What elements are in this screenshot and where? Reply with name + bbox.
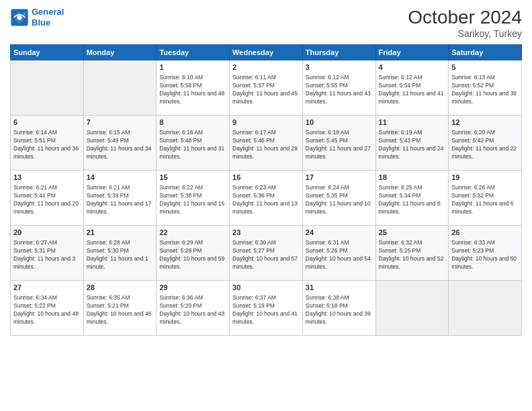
day-cell: 14Sunrise: 6:21 AMSunset: 5:39 PMDayligh…	[83, 171, 157, 226]
logo: General Blue	[10, 7, 64, 28]
day-number: 15	[159, 173, 226, 183]
col-header-tuesday: Tuesday	[157, 45, 230, 60]
day-cell: 13Sunrise: 6:21 AMSunset: 5:41 PMDayligh…	[11, 171, 84, 226]
day-cell: 5Sunrise: 6:13 AMSunset: 5:52 PMDaylight…	[449, 60, 522, 116]
cell-info: Sunrise: 6:30 AMSunset: 5:27 PMDaylight:…	[232, 239, 300, 271]
day-cell: 7Sunrise: 6:15 AMSunset: 5:49 PMDaylight…	[83, 116, 157, 171]
cell-info: Sunrise: 6:21 AMSunset: 5:41 PMDaylight:…	[13, 184, 81, 216]
day-cell: 9Sunrise: 6:17 AMSunset: 5:46 PMDaylight…	[230, 116, 303, 171]
day-cell: 29Sunrise: 6:36 AMSunset: 5:20 PMDayligh…	[157, 281, 230, 336]
cell-info: Sunrise: 6:26 AMSunset: 5:32 PMDaylight:…	[451, 184, 519, 216]
day-cell: 3Sunrise: 6:12 AMSunset: 5:55 PMDaylight…	[302, 60, 375, 116]
day-number: 18	[379, 173, 446, 183]
calendar-table: SundayMondayTuesdayWednesdayThursdayFrid…	[10, 44, 522, 336]
svg-point-2	[17, 15, 22, 19]
day-number: 27	[13, 283, 81, 293]
cell-info: Sunrise: 6:27 AMSunset: 5:31 PMDaylight:…	[13, 239, 81, 271]
cell-info: Sunrise: 6:13 AMSunset: 5:52 PMDaylight:…	[451, 74, 519, 106]
cell-info: Sunrise: 6:36 AMSunset: 5:20 PMDaylight:…	[159, 294, 226, 326]
week-row-1: 1Sunrise: 6:10 AMSunset: 5:58 PMDaylight…	[11, 60, 522, 116]
day-number: 24	[306, 228, 373, 238]
day-cell	[83, 60, 157, 116]
day-number: 1	[159, 62, 226, 73]
day-number: 20	[13, 228, 81, 238]
logo-line1: General	[32, 7, 64, 17]
day-number: 10	[306, 118, 373, 128]
day-number: 2	[232, 62, 300, 73]
cell-info: Sunrise: 6:38 AMSunset: 5:18 PMDaylight:…	[306, 294, 373, 326]
cell-info: Sunrise: 6:11 AMSunset: 5:57 PMDaylight:…	[232, 74, 300, 106]
col-header-friday: Friday	[375, 45, 449, 60]
cell-info: Sunrise: 6:29 AMSunset: 5:28 PMDaylight:…	[159, 239, 226, 271]
day-number: 14	[87, 173, 154, 183]
col-header-monday: Monday	[83, 45, 157, 60]
day-cell: 24Sunrise: 6:31 AMSunset: 5:26 PMDayligh…	[302, 226, 375, 281]
day-cell: 16Sunrise: 6:23 AMSunset: 5:36 PMDayligh…	[230, 171, 303, 226]
cell-info: Sunrise: 6:32 AMSunset: 5:25 PMDaylight:…	[379, 239, 446, 271]
page-subtitle: Sarikoy, Turkey	[408, 28, 522, 39]
day-number: 28	[87, 283, 154, 293]
day-cell: 18Sunrise: 6:25 AMSunset: 5:34 PMDayligh…	[375, 171, 449, 226]
cell-info: Sunrise: 6:10 AMSunset: 5:58 PMDaylight:…	[159, 74, 226, 106]
day-number: 13	[13, 173, 81, 183]
day-cell: 22Sunrise: 6:29 AMSunset: 5:28 PMDayligh…	[157, 226, 230, 281]
day-cell: 27Sunrise: 6:34 AMSunset: 5:22 PMDayligh…	[11, 281, 84, 336]
day-number: 31	[306, 283, 373, 293]
page-title: October 2024	[408, 7, 522, 28]
page: General Blue October 2024 Sarikoy, Turke…	[0, 0, 532, 411]
title-block: October 2024 Sarikoy, Turkey	[408, 7, 522, 39]
day-cell: 11Sunrise: 6:19 AMSunset: 5:43 PMDayligh…	[375, 116, 449, 171]
cell-info: Sunrise: 6:31 AMSunset: 5:26 PMDaylight:…	[306, 239, 373, 271]
cell-info: Sunrise: 6:12 AMSunset: 5:55 PMDaylight:…	[306, 74, 373, 106]
day-number: 7	[87, 118, 154, 128]
col-header-wednesday: Wednesday	[230, 45, 303, 60]
day-cell	[11, 60, 84, 116]
day-number: 5	[451, 62, 519, 73]
cell-info: Sunrise: 6:19 AMSunset: 5:43 PMDaylight:…	[379, 129, 446, 161]
logo-text: General Blue	[32, 7, 64, 28]
cell-info: Sunrise: 6:12 AMSunset: 5:54 PMDaylight:…	[379, 74, 446, 106]
cell-info: Sunrise: 6:16 AMSunset: 5:48 PMDaylight:…	[159, 129, 226, 161]
day-number: 4	[379, 62, 446, 73]
day-cell: 10Sunrise: 6:18 AMSunset: 5:45 PMDayligh…	[302, 116, 375, 171]
day-cell: 19Sunrise: 6:26 AMSunset: 5:32 PMDayligh…	[449, 171, 522, 226]
day-number: 22	[159, 228, 226, 238]
logo-line2: Blue	[32, 17, 50, 28]
col-header-thursday: Thursday	[302, 45, 375, 60]
day-cell	[449, 281, 522, 336]
col-header-sunday: Sunday	[11, 45, 84, 60]
day-cell: 2Sunrise: 6:11 AMSunset: 5:57 PMDaylight…	[230, 60, 303, 116]
cell-info: Sunrise: 6:28 AMSunset: 5:30 PMDaylight:…	[87, 239, 154, 271]
cell-info: Sunrise: 6:23 AMSunset: 5:36 PMDaylight:…	[232, 184, 300, 216]
cell-info: Sunrise: 6:15 AMSunset: 5:49 PMDaylight:…	[87, 129, 154, 161]
day-number: 19	[451, 173, 519, 183]
week-row-5: 27Sunrise: 6:34 AMSunset: 5:22 PMDayligh…	[11, 281, 522, 336]
day-cell	[375, 281, 449, 336]
cell-info: Sunrise: 6:33 AMSunset: 5:23 PMDaylight:…	[451, 239, 519, 271]
day-cell: 21Sunrise: 6:28 AMSunset: 5:30 PMDayligh…	[83, 226, 157, 281]
cell-info: Sunrise: 6:34 AMSunset: 5:22 PMDaylight:…	[13, 294, 81, 326]
logo-icon	[10, 8, 29, 27]
day-cell: 12Sunrise: 6:20 AMSunset: 5:42 PMDayligh…	[449, 116, 522, 171]
col-header-saturday: Saturday	[449, 45, 522, 60]
cell-info: Sunrise: 6:24 AMSunset: 5:35 PMDaylight:…	[306, 184, 373, 216]
day-number: 8	[159, 118, 226, 128]
day-cell: 25Sunrise: 6:32 AMSunset: 5:25 PMDayligh…	[375, 226, 449, 281]
cell-info: Sunrise: 6:22 AMSunset: 5:38 PMDaylight:…	[159, 184, 226, 216]
day-number: 26	[451, 228, 519, 238]
cell-info: Sunrise: 6:35 AMSunset: 5:21 PMDaylight:…	[87, 294, 154, 326]
day-cell: 15Sunrise: 6:22 AMSunset: 5:38 PMDayligh…	[157, 171, 230, 226]
day-cell: 1Sunrise: 6:10 AMSunset: 5:58 PMDaylight…	[157, 60, 230, 116]
day-number: 9	[232, 118, 300, 128]
week-row-3: 13Sunrise: 6:21 AMSunset: 5:41 PMDayligh…	[11, 171, 522, 226]
day-cell: 28Sunrise: 6:35 AMSunset: 5:21 PMDayligh…	[83, 281, 157, 336]
cell-info: Sunrise: 6:20 AMSunset: 5:42 PMDaylight:…	[451, 129, 519, 161]
day-cell: 4Sunrise: 6:12 AMSunset: 5:54 PMDaylight…	[375, 60, 449, 116]
cell-info: Sunrise: 6:17 AMSunset: 5:46 PMDaylight:…	[232, 129, 300, 161]
day-number: 12	[451, 118, 519, 128]
day-number: 16	[232, 173, 300, 183]
week-row-2: 6Sunrise: 6:14 AMSunset: 5:51 PMDaylight…	[11, 116, 522, 171]
day-cell: 20Sunrise: 6:27 AMSunset: 5:31 PMDayligh…	[11, 226, 84, 281]
header: General Blue October 2024 Sarikoy, Turke…	[10, 7, 522, 39]
cell-info: Sunrise: 6:18 AMSunset: 5:45 PMDaylight:…	[306, 129, 373, 161]
